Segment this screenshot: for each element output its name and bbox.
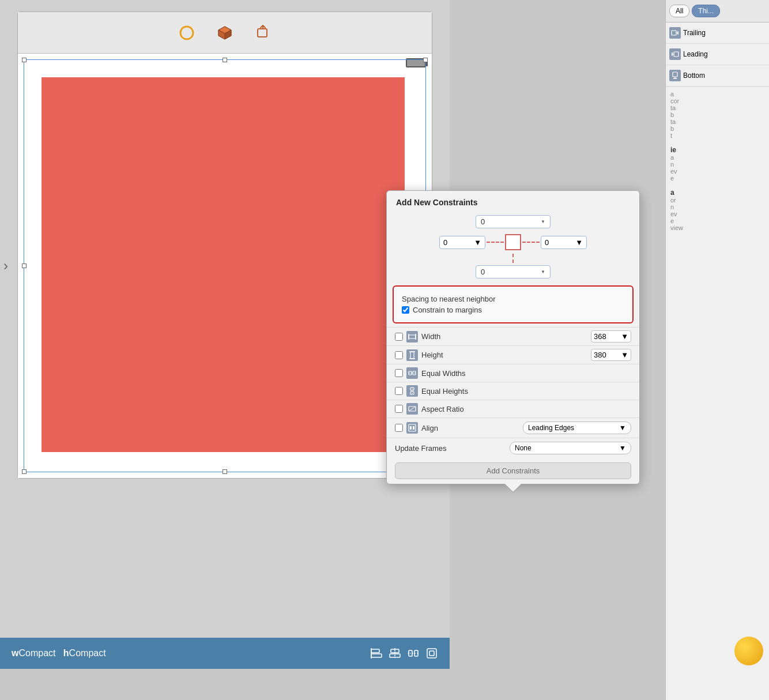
spacing-nearest-label: Spacing to nearest neighbor (402, 295, 496, 303)
bottom-spacing-input[interactable]: 0 ▼ (476, 265, 551, 279)
right-dropdown-arrow: ▼ (575, 238, 583, 247)
equal-heights-label: Equal Heights (421, 387, 631, 396)
aspect-ratio-checkbox[interactable] (395, 405, 403, 413)
trailing-label: Trailing (683, 29, 706, 37)
width-icon (406, 331, 418, 343)
red-rectangle[interactable] (42, 77, 405, 452)
compact-w-label: Compact (18, 648, 55, 658)
spacing-diagram: 0 ▼ 0 ▼ 0 ▼ 0 (387, 212, 639, 282)
canvas-content: › (18, 54, 432, 478)
constraints-popup: Add New Constraints 0 ▼ 0 ▼ 0 (386, 190, 640, 484)
handle-ml[interactable] (22, 264, 27, 268)
top-spacing-input[interactable]: 0 ▼ (476, 215, 551, 228)
user-avatar (734, 637, 763, 665)
handle-bm[interactable] (223, 469, 227, 474)
align-center-icon[interactable] (389, 647, 401, 660)
box3d-tool-icon[interactable] (214, 22, 235, 43)
svg-rect-29 (410, 352, 414, 359)
tab-this[interactable]: Thi... (692, 5, 720, 17)
height-checkbox[interactable] (395, 351, 403, 359)
equal-widths-icon (406, 367, 418, 379)
ib-canvas: › (17, 12, 432, 479)
update-frames-arrow: ▼ (619, 444, 626, 452)
equal-widths-checkbox[interactable] (395, 369, 403, 377)
spacing-section: Spacing to nearest neighbor Constrain to… (393, 285, 634, 323)
right-spacing-input[interactable]: 0 ▼ (541, 236, 587, 249)
circle-tool-icon[interactable] (176, 22, 197, 43)
trailing-item[interactable]: Trailing (666, 22, 769, 44)
h-label: h (63, 648, 69, 658)
leading-item[interactable]: Leading (666, 44, 769, 65)
align-icon (406, 422, 418, 434)
handle-tl[interactable] (22, 58, 27, 62)
svg-rect-15 (427, 649, 436, 658)
svg-rect-17 (672, 31, 676, 35)
height-value: 380 (594, 351, 606, 359)
width-checkbox[interactable] (395, 333, 403, 341)
update-frames-dropdown[interactable]: None ▼ (510, 442, 631, 454)
constrain-margins-row[interactable]: Constrain to margins (402, 306, 624, 314)
bottom-label: Bottom (683, 71, 705, 80)
aspect-ratio-row: Aspect Ratio (387, 400, 639, 417)
tab-all[interactable]: All (669, 5, 689, 17)
constraints-icon[interactable] (425, 647, 438, 660)
center-box (505, 234, 521, 250)
handle-tr[interactable] (423, 58, 428, 62)
width-value-box[interactable]: 368 ▼ (591, 330, 631, 343)
equal-heights-row: Equal Heights (387, 382, 639, 400)
svg-rect-40 (409, 424, 416, 431)
panel-tabs: All Thi... (666, 0, 769, 22)
top-value: 0 (481, 217, 540, 226)
height-row: Height 380 ▼ (387, 345, 639, 364)
svg-rect-23 (673, 72, 677, 77)
leading-constraint-icon (669, 48, 681, 60)
align-left-icon[interactable] (370, 647, 383, 660)
arrow-tool-icon[interactable] (252, 22, 273, 43)
equal-widths-row: Equal Widths (387, 364, 639, 382)
svg-rect-41 (410, 426, 412, 430)
leading-label: Leading (683, 50, 708, 58)
align-dropdown[interactable]: Leading Edges ▼ (523, 421, 631, 434)
equal-heights-checkbox[interactable] (395, 387, 403, 395)
add-constraints-button[interactable]: Add Constraints (395, 462, 631, 479)
equal-widths-label: Equal Widths (421, 369, 631, 378)
height-dropdown-arrow: ▼ (621, 351, 628, 359)
height-value-box[interactable]: 380 ▼ (591, 349, 631, 361)
trailing-constraint-icon (669, 27, 681, 39)
canvas-area: › wCompact hCompact (0, 0, 450, 669)
distribute-icon[interactable] (407, 647, 420, 660)
svg-rect-7 (371, 654, 382, 657)
left-spacing-input[interactable]: 0 ▼ (439, 236, 485, 249)
size-class-label: wCompact hCompact (12, 648, 106, 658)
constrain-margins-label: Constrain to margins (413, 306, 482, 314)
update-frames-value: None (515, 444, 531, 452)
svg-point-0 (180, 27, 193, 39)
w-label: w (12, 648, 18, 658)
width-row: Width 368 ▼ (387, 327, 639, 345)
top-dropdown-arrow: ▼ (541, 219, 545, 224)
handle-bl[interactable] (22, 469, 27, 474)
width-value: 368 (594, 332, 606, 341)
width-label: Width (421, 332, 587, 341)
align-label: Align (421, 424, 519, 432)
bottom-item[interactable]: Bottom (666, 65, 769, 86)
svg-rect-20 (674, 52, 678, 57)
svg-rect-5 (258, 29, 267, 37)
selection-box (24, 59, 426, 472)
update-frames-row: Update Frames None ▼ (387, 438, 639, 458)
nav-arrow-icon[interactable]: › (3, 258, 8, 274)
aspect-ratio-icon (406, 403, 418, 415)
right-panel: All Thi... Trailing Leading (665, 0, 769, 700)
panel-info-1: acortabtabt ieaneve aorneveview (666, 86, 769, 235)
svg-rect-16 (429, 651, 434, 656)
handle-tm[interactable] (223, 58, 227, 62)
svg-rect-6 (371, 649, 379, 653)
bottom-dropdown-arrow: ▼ (541, 269, 545, 274)
align-checkbox[interactable] (395, 424, 403, 432)
popup-title: Add New Constraints (387, 191, 639, 212)
constrain-margins-checkbox[interactable] (402, 306, 409, 314)
spacing-nearest-row: Spacing to nearest neighbor (402, 295, 624, 303)
compact-h-label: Compact (69, 648, 106, 658)
canvas-toolbar (18, 12, 432, 54)
bottom-constraint-icon (669, 70, 681, 81)
